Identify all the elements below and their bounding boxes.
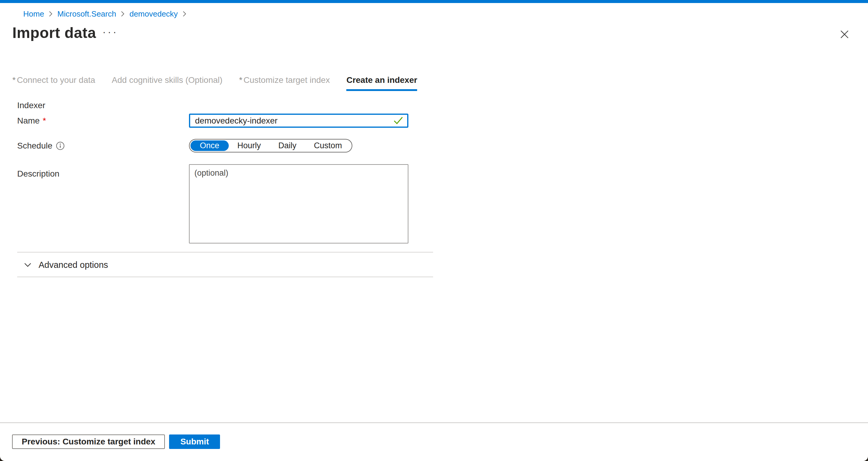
advanced-options-toggle[interactable]: Advanced options bbox=[24, 258, 108, 272]
tab-connect-to-your-data[interactable]: *Connect to your data bbox=[12, 75, 95, 91]
breadcrumb-link-microsoft-search[interactable]: Microsoft.Search bbox=[57, 9, 116, 19]
close-icon bbox=[839, 29, 849, 39]
description-field-label: Description bbox=[17, 164, 189, 179]
required-marker: * bbox=[239, 75, 242, 85]
advanced-options-label: Advanced options bbox=[38, 260, 108, 270]
name-field-row: Name* bbox=[17, 114, 408, 128]
chevron-right-icon bbox=[182, 10, 187, 18]
more-options-icon[interactable]: ··· bbox=[102, 27, 118, 37]
tab-add-cognitive-skills[interactable]: Add cognitive skills (Optional) bbox=[112, 75, 222, 91]
valid-check-icon bbox=[393, 116, 404, 126]
description-textarea[interactable] bbox=[189, 164, 408, 243]
schedule-option-daily[interactable]: Daily bbox=[270, 141, 305, 151]
breadcrumb-link-demovedecky[interactable]: demovedecky bbox=[129, 9, 178, 19]
close-blade-button[interactable] bbox=[838, 28, 850, 40]
breadcrumb: Home Microsoft.Search demovedecky bbox=[23, 8, 187, 19]
footer-buttons: Previous: Customize target index Submit bbox=[12, 434, 220, 449]
info-icon[interactable] bbox=[56, 141, 65, 151]
schedule-field-label: Schedule bbox=[17, 141, 189, 151]
tab-create-an-indexer[interactable]: Create an indexer bbox=[346, 75, 417, 91]
divider bbox=[17, 252, 433, 252]
required-marker: * bbox=[43, 116, 46, 126]
breadcrumb-link-home[interactable]: Home bbox=[23, 9, 44, 19]
footer-divider bbox=[0, 423, 868, 423]
required-marker: * bbox=[12, 75, 16, 85]
schedule-option-custom[interactable]: Custom bbox=[305, 141, 351, 151]
indexer-name-input[interactable] bbox=[189, 114, 408, 128]
page-title: Import data bbox=[12, 24, 96, 41]
tab-customize-target-index[interactable]: *Customize target index bbox=[239, 75, 330, 91]
chevron-right-icon bbox=[48, 10, 53, 18]
portal-accent-bar bbox=[0, 0, 868, 3]
section-title-indexer: Indexer bbox=[17, 101, 45, 110]
wizard-tabs: *Connect to your data Add cognitive skil… bbox=[12, 75, 434, 91]
name-field-label: Name* bbox=[17, 116, 189, 126]
submit-button[interactable]: Submit bbox=[169, 434, 220, 449]
schedule-field-row: Schedule Once Hourly Daily Custom bbox=[17, 139, 352, 152]
import-data-blade: Home Microsoft.Search demovedecky Import… bbox=[0, 0, 868, 461]
schedule-option-once[interactable]: Once bbox=[190, 141, 229, 151]
description-field-row: Description bbox=[17, 164, 408, 243]
previous-step-button[interactable]: Previous: Customize target index bbox=[12, 434, 165, 449]
schedule-toggle-group: Once Hourly Daily Custom bbox=[189, 139, 352, 152]
chevron-right-icon bbox=[120, 10, 125, 18]
divider bbox=[17, 277, 433, 277]
chevron-down-icon bbox=[24, 262, 32, 268]
schedule-option-hourly[interactable]: Hourly bbox=[229, 141, 270, 151]
